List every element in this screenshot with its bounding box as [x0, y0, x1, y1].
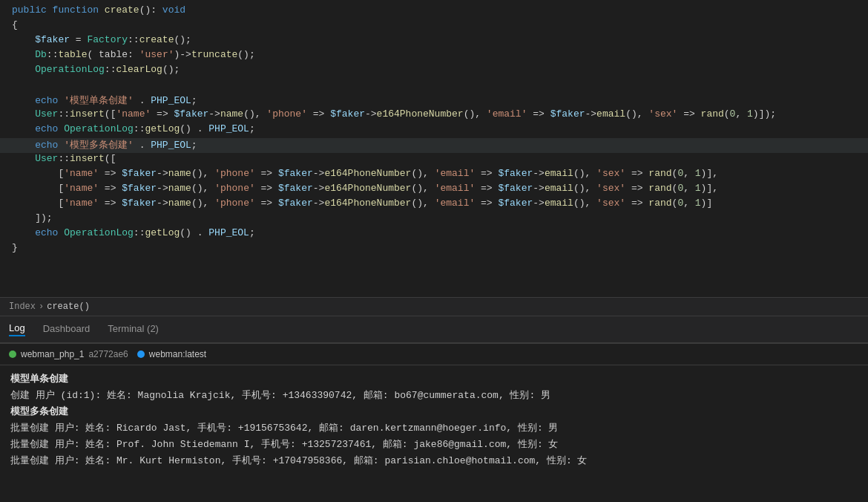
terminal-line-3: 批量创建 用户: 姓名: Ricardo Jast, 手机号: +1915675…: [10, 420, 858, 437]
code-line-14: ]);: [0, 212, 868, 227]
code-line-11: ['name' => $faker->name(), 'phone' => $f…: [0, 168, 868, 183]
terminal-line-0: 模型单条创建: [10, 371, 858, 388]
container1-dot: [9, 351, 16, 358]
code-line-13: ['name' => $faker->name(), 'phone' => $f…: [0, 198, 868, 212]
code-line-4: OperationLog::clearLog();: [0, 64, 868, 79]
terminal-line-1: 创建 用户 (id:1): 姓名: Magnolia Krajcik, 手机号:…: [10, 388, 858, 404]
breadcrumb: Index › create(): [0, 297, 868, 316]
code-line-3: Db::table( table: 'user')->truncate();: [0, 49, 868, 64]
container1-hash: a2772ae6: [88, 349, 128, 359]
code-line-10: User::insert([: [0, 153, 868, 168]
container2-dot: [137, 351, 145, 358]
tab-terminal[interactable]: Terminal (2): [108, 323, 159, 336]
container2-name: webman:latest: [149, 349, 206, 359]
code-line-12: ['name' => $faker->name(), 'phone' => $f…: [0, 183, 868, 198]
terminal-line-2: 模型多条创建: [10, 404, 858, 420]
code-editor: public function create(): void{ $faker =…: [0, 0, 868, 297]
code-line-6: echo '模型单条创建' . PHP_EOL;: [0, 94, 868, 108]
container2-badge: webman:latest: [137, 349, 206, 359]
code-line-0: public function create(): void: [0, 4, 868, 19]
container1-name: webman_php_1: [21, 349, 84, 359]
code-line-15: echo OperationLog::getLog() . PHP_EOL;: [0, 227, 868, 242]
breadcrumb-chevron: ›: [39, 301, 44, 312]
tab-bar: Log Dashboard Terminal (2): [0, 316, 868, 343]
terminal-output: 模型单条创建创建 用户 (id:1): 姓名: Magnolia Krajcik…: [0, 365, 868, 502]
code-line-1: {: [0, 19, 868, 34]
editor-container: public function create(): void{ $faker =…: [0, 0, 868, 502]
code-line-16: }: [0, 242, 868, 257]
tab-dashboard[interactable]: Dashboard: [43, 323, 91, 336]
status-bar: webman_php_1 a2772ae6 webman:latest: [0, 343, 868, 365]
terminal-line-4: 批量创建 用户: 姓名: Prof. John Stiedemann I, 手机…: [10, 437, 858, 453]
container1-badge: webman_php_1 a2772ae6: [9, 349, 128, 359]
tab-log[interactable]: Log: [9, 322, 25, 336]
terminal-line-5: 批量创建 用户: 姓名: Mr. Kurt Hermiston, 手机号: +1…: [10, 453, 858, 469]
code-line-5: [0, 79, 868, 94]
code-line-9: echo '模型多条创建' . PHP_EOL;: [0, 138, 868, 153]
breadcrumb-index: Index: [9, 301, 36, 312]
code-line-2: $faker = Factory::create();: [0, 34, 868, 49]
code-line-8: echo OperationLog::getLog() . PHP_EOL;: [0, 123, 868, 138]
breadcrumb-create: create(): [47, 301, 90, 312]
code-line-7: User::insert(['name' => $faker->name(), …: [0, 108, 868, 123]
